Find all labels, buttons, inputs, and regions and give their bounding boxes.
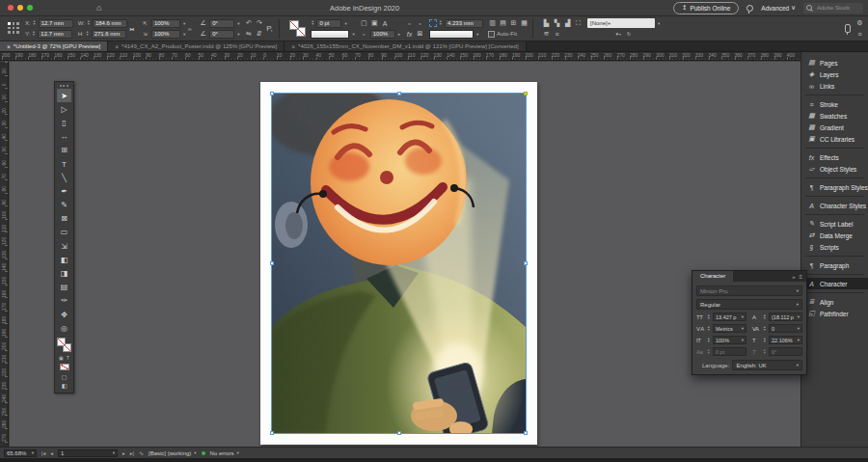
fill-stroke-swatches[interactable] bbox=[289, 20, 306, 37]
flip-horizontal-icon[interactable]: ⇋ bbox=[244, 30, 253, 38]
y-stepper[interactable]: ▲▼ bbox=[32, 31, 36, 36]
frame-handle-middle-right[interactable] bbox=[524, 261, 528, 265]
page-number-select[interactable]: 1▾ bbox=[58, 449, 118, 457]
item-swatches[interactable]: ▦ Swatches bbox=[801, 110, 868, 122]
wrap-jump-icon[interactable]: ▦ bbox=[520, 19, 529, 27]
flip-vertical-icon[interactable]: ⇵ bbox=[255, 30, 263, 38]
align-right-icon[interactable]: ▟ bbox=[563, 19, 572, 27]
frame-handle-bottom-left[interactable] bbox=[270, 431, 274, 435]
opacity-field[interactable]: 100% bbox=[370, 30, 395, 39]
baseline-shift-control[interactable]: Aa ▲▼ 0 pt bbox=[696, 347, 746, 356]
wrap-shape-icon[interactable]: ⊞ bbox=[509, 19, 518, 27]
frame-handle-top-left[interactable] bbox=[270, 92, 274, 95]
shear-field[interactable]: 0° bbox=[209, 30, 234, 39]
zoom-window-button[interactable] bbox=[27, 5, 33, 11]
color-theme-tool[interactable]: ✑ bbox=[57, 294, 71, 308]
fx-icon[interactable]: fx bbox=[405, 31, 414, 38]
item-layers[interactable]: ◈ Layers bbox=[801, 68, 868, 80]
effects-container-icon[interactable]: ▫ bbox=[405, 20, 414, 27]
constrain-dimensions-icon[interactable]: ⧓ bbox=[127, 26, 136, 32]
last-page-button[interactable]: ▸| bbox=[130, 450, 134, 456]
publish-online-button[interactable]: ↥ Publish Online bbox=[673, 2, 739, 14]
document-tab-4149-cx-a2-product-poster-indd-125-gpu-preview[interactable]: × *4149_CX_A2_Product_Poster.indd @ 125%… bbox=[108, 41, 285, 51]
zoom-tool[interactable]: ◎ bbox=[57, 321, 71, 335]
wrap-none-icon[interactable]: ▥ bbox=[488, 19, 497, 27]
item-pathfinder[interactable]: ◱ Pathfinder bbox=[801, 308, 868, 319]
skew-control[interactable]: T ▲▼ 0° bbox=[752, 347, 802, 356]
paragraph-direction-icon[interactable]: P, bbox=[263, 24, 275, 33]
line-tool[interactable]: ╲ bbox=[57, 171, 71, 184]
next-page-button[interactable]: ▸ bbox=[122, 450, 125, 456]
rotation-field[interactable]: 0° bbox=[209, 19, 234, 28]
item-character[interactable]: A Character bbox=[801, 278, 868, 289]
lightbulb-icon[interactable] bbox=[746, 5, 753, 12]
fill-swatch-none[interactable] bbox=[289, 20, 299, 30]
font-style-select[interactable]: Regular▾ bbox=[696, 299, 802, 310]
selection-tool[interactable]: ➤ bbox=[57, 89, 71, 102]
chevron-down-icon[interactable]: ▾ bbox=[476, 32, 478, 37]
corner-square-icon[interactable]: ▢ bbox=[360, 19, 368, 27]
item-cc-libraries[interactable]: ▣ CC Libraries bbox=[801, 133, 868, 145]
tab-close-icon[interactable]: × bbox=[291, 43, 295, 50]
width-field[interactable]: 184.6 mm bbox=[93, 19, 127, 28]
stroke-weight-field[interactable]: 0 pt bbox=[316, 19, 341, 28]
item-character-styles[interactable]: A Character Styles bbox=[801, 200, 868, 211]
document-page[interactable] bbox=[260, 82, 537, 445]
tab-close-icon[interactable]: × bbox=[7, 43, 11, 50]
vertical-ruler[interactable]: 1001020304050607080901001101201301401501… bbox=[0, 62, 9, 448]
item-paragraph[interactable]: ¶ Paragraph bbox=[801, 259, 868, 271]
link-scale-icon[interactable]: ∞ bbox=[185, 26, 194, 32]
gap-tool[interactable]: ↔ bbox=[57, 130, 71, 144]
distribute-icon[interactable]: ≋ bbox=[542, 30, 551, 38]
gear-icon[interactable]: ⚙ bbox=[855, 19, 864, 27]
flyout-icon[interactable]: ▸ bbox=[398, 32, 400, 37]
selected-image-frame[interactable] bbox=[272, 94, 526, 433]
item-links[interactable]: ∞ Links bbox=[801, 80, 868, 92]
frame-handle-middle-left[interactable] bbox=[270, 261, 274, 265]
align-page-icon[interactable]: ≡ bbox=[553, 31, 561, 38]
item-paragraph-styles[interactable]: ¶ Paragraph Styles bbox=[801, 181, 868, 193]
character-panel-tab[interactable]: Character bbox=[692, 271, 733, 282]
y-position-field[interactable]: 12.7 mm bbox=[38, 30, 72, 39]
scale-y-field[interactable]: 100% bbox=[151, 30, 180, 39]
rotate-ccw-icon[interactable]: ↶ bbox=[244, 19, 253, 27]
free-transform-tool[interactable]: ⇲ bbox=[57, 239, 71, 253]
item-align[interactable]: ≣ Align bbox=[801, 296, 868, 308]
leading-control[interactable]: A ▲▼ (18.112 p▾ bbox=[752, 313, 802, 321]
chevron-down-icon[interactable]: ▾ bbox=[237, 32, 239, 37]
type-tool[interactable]: T bbox=[57, 157, 71, 171]
horizontal-scale-control[interactable]: T ▲▼ 22.106%▾ bbox=[752, 336, 802, 344]
height-field[interactable]: 271.6 mm bbox=[92, 30, 126, 39]
stroke-style-select[interactable] bbox=[311, 30, 349, 39]
item-stroke[interactable]: ≡ Stroke bbox=[801, 98, 868, 110]
minimize-window-button[interactable] bbox=[17, 5, 23, 11]
close-window-button[interactable] bbox=[8, 5, 14, 11]
panel-grip-icon[interactable] bbox=[60, 85, 68, 87]
item-scripts[interactable]: § Scripts bbox=[801, 241, 868, 253]
chevron-down-icon[interactable]: ▾ bbox=[658, 21, 660, 26]
preflight-profile-select[interactable]: [Basic] (working)▾ bbox=[149, 450, 197, 456]
x-position-field[interactable]: 12.7 mm bbox=[39, 19, 73, 28]
workspace-switcher[interactable]: Advanced ∨ bbox=[761, 4, 796, 12]
auto-fit-checkbox[interactable] bbox=[488, 31, 495, 38]
chevron-down-icon[interactable]: ▾ bbox=[183, 32, 185, 37]
font-family-select[interactable]: Minion Pro▾ bbox=[696, 285, 802, 296]
document-tab-untitled-3-72-gpu-preview[interactable]: × *Untitled-3 @ 72% [GPU Preview] bbox=[0, 41, 108, 51]
direct-selection-tool[interactable]: ▷ bbox=[57, 102, 71, 116]
corner-radius-field[interactable]: 4.233 mm bbox=[445, 19, 483, 28]
first-page-button[interactable]: |◂ bbox=[41, 450, 45, 456]
item-data-merge[interactable]: ⇄ Data Merge bbox=[801, 230, 868, 241]
style-override-icon[interactable]: ▾¬ bbox=[614, 31, 623, 37]
pasteboard[interactable] bbox=[10, 62, 800, 448]
redefine-style-icon[interactable]: ↻ bbox=[625, 31, 634, 37]
fill-swatch-none[interactable] bbox=[57, 338, 66, 346]
voice-assistant-icon[interactable] bbox=[845, 24, 851, 33]
item-gradient[interactable]: ▩ Gradient bbox=[801, 122, 868, 133]
search-input[interactable] bbox=[815, 4, 860, 12]
fx-clear-icon[interactable]: ⊠ bbox=[416, 30, 424, 38]
chevron-down-icon[interactable]: ▾ bbox=[344, 21, 346, 26]
language-select[interactable]: English: UK▾ bbox=[732, 360, 802, 370]
chevron-down-icon[interactable]: ▾ bbox=[352, 32, 354, 37]
toolbar-fill-stroke-swatches[interactable] bbox=[57, 338, 71, 352]
previous-page-button[interactable]: ◂ bbox=[50, 450, 53, 456]
